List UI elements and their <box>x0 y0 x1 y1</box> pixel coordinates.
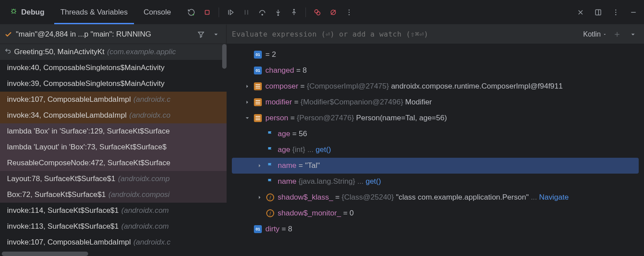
stack-frame-row[interactable]: Box:72, SurfaceKt$Surface$1 (androidx.co… <box>0 187 227 203</box>
rerun-icon[interactable] <box>184 5 198 19</box>
stack-frame-row[interactable]: lambda 'Box' in 'Surface':129, SurfaceKt… <box>0 123 227 139</box>
variable-text: age = 56 <box>278 130 307 138</box>
add-watch-icon[interactable] <box>611 29 623 40</box>
debug-tab-label: Debug <box>21 8 45 17</box>
variable-row[interactable]: person = {Person@27476} Person(name=Tal,… <box>227 110 644 126</box>
frame-text: Greeting:50, MainActivityKt <box>14 48 104 56</box>
svg-point-10 <box>349 11 350 12</box>
expand-icon[interactable] <box>244 99 250 105</box>
close-icon[interactable] <box>573 5 588 19</box>
frame-text: Box:72, SurfaceKt$Surface$1 <box>7 190 106 199</box>
stack-frame-row[interactable]: invoke:113, SurfaceKt$Surface$1 (android… <box>0 219 227 234</box>
property-icon <box>266 178 274 186</box>
getter-link[interactable]: get() <box>316 145 331 154</box>
drop-frame-icon[interactable] <box>4 48 11 57</box>
svg-point-1 <box>193 14 194 15</box>
view-breakpoints-icon[interactable] <box>310 5 324 19</box>
thread-label[interactable]: "main"@24,884 in ...p "main": RUNNING <box>16 30 192 39</box>
object-icon <box>254 82 262 90</box>
object-icon <box>254 98 262 106</box>
svg-point-4 <box>278 14 279 15</box>
variable-row[interactable]: fshadow$_klass_ = {Class@25240} "class c… <box>227 189 644 205</box>
stack-frame-row[interactable]: ReusableComposeNode:472, SurfaceKt$Surfa… <box>0 155 227 171</box>
getter-link[interactable]: get() <box>365 177 381 186</box>
stack-frame-row[interactable]: Greeting:50, MainActivityKt (com.example… <box>0 44 227 60</box>
variable-row[interactable]: fshadow$_monitor_ = 0 <box>227 205 644 221</box>
stack-frame-row[interactable]: lambda 'Layout' in 'Box':73, SurfaceKt$S… <box>0 139 227 155</box>
variable-text: dirty = 8 <box>265 225 292 234</box>
chevron-down-icon <box>603 32 607 37</box>
separator <box>219 7 219 17</box>
variable-text: = 2 <box>265 50 276 59</box>
expand-icon[interactable] <box>257 163 263 169</box>
variable-row[interactable]: age {int} ... get() <box>227 142 644 158</box>
frames-pane[interactable]: Greeting:50, MainActivityKt (com.example… <box>0 44 227 256</box>
variable-row[interactable]: name = "Tal" <box>232 158 639 174</box>
field-icon: f <box>266 193 274 201</box>
variable-row[interactable]: composer = {ComposerImpl@27475} androidx… <box>227 78 644 94</box>
layout-icon[interactable] <box>591 5 605 19</box>
stack-frame-row[interactable]: invoke:40, ComposableSingletons$MainActi… <box>0 60 227 76</box>
stop-icon[interactable] <box>200 5 214 19</box>
frame-text: invoke:39, ComposableSingletons$MainActi… <box>7 79 164 88</box>
frame-text: invoke:40, ComposableSingletons$MainActi… <box>7 63 164 72</box>
resume-icon[interactable] <box>223 5 238 19</box>
frame-package: (androidx.c <box>134 238 171 247</box>
debug-tab[interactable]: Debug <box>4 0 51 24</box>
mute-breakpoints-icon[interactable] <box>326 5 340 19</box>
primitive-icon: 01 <box>254 225 262 233</box>
svg-rect-2 <box>205 10 209 14</box>
svg-point-14 <box>615 11 616 12</box>
primitive-icon: 01 <box>254 67 262 74</box>
more2-icon[interactable] <box>609 5 623 19</box>
variable-text: changed = 8 <box>265 66 307 75</box>
step-into-icon[interactable] <box>271 5 285 19</box>
frames-vertical-scrollbar[interactable] <box>222 44 227 69</box>
stack-frame-row[interactable]: invoke:39, ComposableSingletons$MainActi… <box>0 76 227 92</box>
stack-frame-row[interactable]: invoke:107, ComposableLambdaImpl (androi… <box>0 234 227 250</box>
minimize-icon[interactable] <box>626 5 640 19</box>
navigate-link[interactable]: Navigate <box>539 193 569 201</box>
svg-point-0 <box>12 10 15 13</box>
dropdown-icon[interactable] <box>210 29 222 40</box>
more-icon[interactable] <box>342 5 356 19</box>
stack-frame-row[interactable]: invoke:34, ComposableLambdaImpl (android… <box>0 108 227 123</box>
property-icon <box>266 162 274 170</box>
suspend-check-icon <box>4 30 12 38</box>
pause-icon[interactable] <box>239 5 253 19</box>
console-tab-label: Console <box>144 8 171 17</box>
frame-text: invoke:113, SurfaceKt$Surface$1 <box>7 222 119 231</box>
language-selector[interactable]: Kotlin <box>583 30 607 38</box>
expand-icon[interactable] <box>257 194 263 200</box>
primitive-icon: 01 <box>254 51 262 59</box>
collapse-icon[interactable] <box>244 115 250 121</box>
variable-row[interactable]: 01= 2 <box>227 47 644 63</box>
step-over-icon[interactable] <box>255 5 269 19</box>
frame-text: invoke:107, ComposableLambdaImpl <box>7 95 131 104</box>
stack-frame-row[interactable]: Layout:78, SurfaceKt$Surface$1 (androidx… <box>0 171 227 187</box>
variable-row[interactable]: 01dirty = 8 <box>227 221 644 237</box>
step-out-icon[interactable] <box>287 5 301 19</box>
frame-package: (com.example.applic <box>107 48 176 56</box>
threads-tab[interactable]: Threads & Variables <box>54 0 134 24</box>
frame-package: (androidx.com <box>121 206 169 215</box>
variable-text: name {java.lang.String} ... get() <box>278 177 381 186</box>
filter-icon[interactable] <box>195 29 207 40</box>
frame-text: invoke:107, ComposableLambdaImpl <box>7 238 131 247</box>
evaluate-expression-input[interactable] <box>232 30 579 38</box>
stack-frame-row[interactable]: invoke:107, ComposableLambdaImpl (androi… <box>0 92 227 108</box>
variable-row[interactable]: 01changed = 8 <box>227 63 644 78</box>
frames-horizontal-scrollbar[interactable] <box>2 252 88 256</box>
variables-pane[interactable]: 01= 201changed = 8composer = {ComposerIm… <box>227 44 644 256</box>
frame-package: (androidx.composi <box>108 190 170 199</box>
svg-point-7 <box>317 11 320 15</box>
variable-row[interactable]: age = 56 <box>227 126 644 142</box>
console-tab[interactable]: Console <box>138 0 177 24</box>
svg-point-9 <box>349 9 350 10</box>
variable-row[interactable]: name {java.lang.String} ... get() <box>227 174 644 189</box>
stack-frame-row[interactable]: invoke:114, SurfaceKt$Surface$1 (android… <box>0 203 227 219</box>
dropdown2-icon[interactable] <box>627 29 639 40</box>
expand-icon[interactable] <box>244 83 250 89</box>
variable-row[interactable]: modifier = {Modifier$Companion@27496} Mo… <box>227 94 644 110</box>
language-label: Kotlin <box>583 30 601 38</box>
